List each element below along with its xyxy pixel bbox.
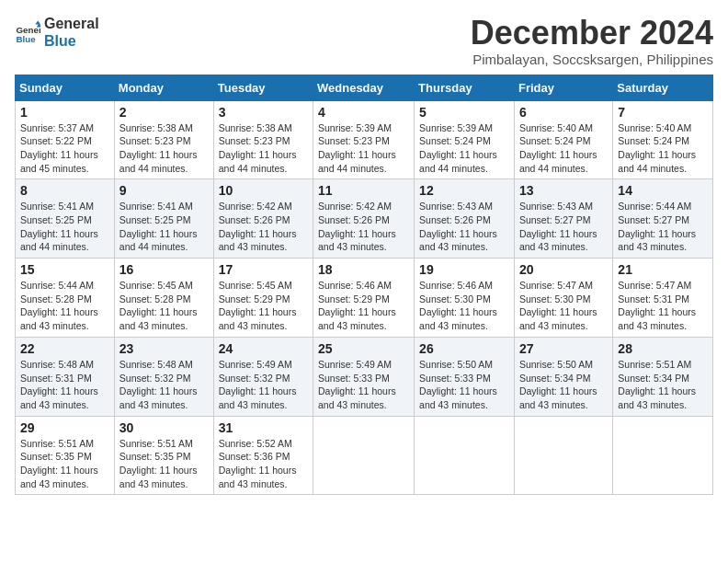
calendar-week-1: 1Sunrise: 5:37 AMSunset: 5:22 PMDaylight… xyxy=(16,100,713,179)
day-info: Sunrise: 5:41 AMSunset: 5:25 PMDaylight:… xyxy=(20,200,109,254)
day-info: Sunrise: 5:40 AMSunset: 5:24 PMDaylight:… xyxy=(618,121,708,176)
day-number: 16 xyxy=(119,262,209,277)
calendar-cell: 23Sunrise: 5:48 AMSunset: 5:32 PMDayligh… xyxy=(114,337,213,416)
day-info: Sunrise: 5:46 AMSunset: 5:29 PMDaylight:… xyxy=(318,279,409,333)
day-info: Sunrise: 5:44 AMSunset: 5:28 PMDaylight:… xyxy=(20,279,109,333)
weekday-header-thursday: Thursday xyxy=(415,75,515,100)
calendar-cell: 2Sunrise: 5:38 AMSunset: 5:23 PMDaylight… xyxy=(114,100,213,179)
calendar-cell: 31Sunrise: 5:52 AMSunset: 5:36 PMDayligh… xyxy=(213,416,313,495)
calendar-cell xyxy=(313,416,415,495)
day-info: Sunrise: 5:51 AMSunset: 5:34 PMDaylight:… xyxy=(618,358,708,412)
day-number: 27 xyxy=(519,341,608,356)
day-info: Sunrise: 5:45 AMSunset: 5:28 PMDaylight:… xyxy=(119,279,209,333)
day-info: Sunrise: 5:37 AMSunset: 5:22 PMDaylight:… xyxy=(20,121,109,176)
day-info: Sunrise: 5:44 AMSunset: 5:27 PMDaylight:… xyxy=(618,200,708,254)
calendar-cell: 12Sunrise: 5:43 AMSunset: 5:26 PMDayligh… xyxy=(415,179,515,259)
calendar-cell: 25Sunrise: 5:49 AMSunset: 5:33 PMDayligh… xyxy=(313,337,415,416)
calendar-cell: 8Sunrise: 5:41 AMSunset: 5:25 PMDaylight… xyxy=(16,179,115,259)
calendar-cell: 7Sunrise: 5:40 AMSunset: 5:24 PMDaylight… xyxy=(613,100,713,179)
day-number: 21 xyxy=(618,262,708,277)
day-number: 9 xyxy=(119,183,209,198)
calendar-cell xyxy=(613,416,713,495)
logo: General Blue General Blue xyxy=(15,15,99,50)
day-number: 3 xyxy=(219,105,308,120)
weekday-header-wednesday: Wednesday xyxy=(313,75,415,100)
svg-marker-2 xyxy=(35,21,40,25)
calendar-week-5: 29Sunrise: 5:51 AMSunset: 5:35 PMDayligh… xyxy=(16,416,713,495)
day-number: 19 xyxy=(419,262,509,277)
day-number: 23 xyxy=(119,341,209,356)
day-info: Sunrise: 5:48 AMSunset: 5:31 PMDaylight:… xyxy=(20,358,109,412)
weekday-header-friday: Friday xyxy=(514,75,612,100)
day-info: Sunrise: 5:38 AMSunset: 5:23 PMDaylight:… xyxy=(119,121,209,176)
day-number: 4 xyxy=(318,105,409,120)
day-number: 7 xyxy=(618,105,708,120)
calendar-week-2: 8Sunrise: 5:41 AMSunset: 5:25 PMDaylight… xyxy=(16,179,713,259)
calendar-cell: 15Sunrise: 5:44 AMSunset: 5:28 PMDayligh… xyxy=(16,259,115,338)
day-number: 25 xyxy=(318,341,409,356)
day-number: 1 xyxy=(20,105,109,120)
day-number: 22 xyxy=(20,341,109,356)
calendar-table: SundayMondayTuesdayWednesdayThursdayFrid… xyxy=(15,75,713,496)
day-number: 26 xyxy=(419,341,509,356)
weekday-header-sunday: Sunday xyxy=(16,75,115,100)
calendar-cell: 29Sunrise: 5:51 AMSunset: 5:35 PMDayligh… xyxy=(16,416,115,495)
logo-line2: Blue xyxy=(44,32,99,50)
calendar-cell: 13Sunrise: 5:43 AMSunset: 5:27 PMDayligh… xyxy=(514,179,612,259)
calendar-cell: 1Sunrise: 5:37 AMSunset: 5:22 PMDaylight… xyxy=(16,100,115,179)
day-number: 15 xyxy=(20,262,109,277)
calendar-cell: 28Sunrise: 5:51 AMSunset: 5:34 PMDayligh… xyxy=(613,337,713,416)
day-number: 17 xyxy=(219,262,308,277)
calendar-week-3: 15Sunrise: 5:44 AMSunset: 5:28 PMDayligh… xyxy=(16,259,713,338)
day-info: Sunrise: 5:39 AMSunset: 5:24 PMDaylight:… xyxy=(419,121,509,176)
day-info: Sunrise: 5:50 AMSunset: 5:34 PMDaylight:… xyxy=(519,358,608,412)
title-block: December 2024 Pimbalayan, Soccsksargen, … xyxy=(471,15,713,67)
calendar-cell: 18Sunrise: 5:46 AMSunset: 5:29 PMDayligh… xyxy=(313,259,415,338)
day-number: 18 xyxy=(318,262,409,277)
day-info: Sunrise: 5:51 AMSunset: 5:35 PMDaylight:… xyxy=(119,437,209,491)
day-number: 12 xyxy=(419,183,509,198)
page-header: General Blue General Blue December 2024 … xyxy=(15,15,713,67)
weekday-header-row: SundayMondayTuesdayWednesdayThursdayFrid… xyxy=(16,75,713,100)
day-info: Sunrise: 5:51 AMSunset: 5:35 PMDaylight:… xyxy=(20,437,109,491)
calendar-cell xyxy=(415,416,515,495)
location-subtitle: Pimbalayan, Soccsksargen, Philippines xyxy=(471,52,713,67)
calendar-week-4: 22Sunrise: 5:48 AMSunset: 5:31 PMDayligh… xyxy=(16,337,713,416)
day-info: Sunrise: 5:49 AMSunset: 5:32 PMDaylight:… xyxy=(219,358,308,412)
calendar-cell: 24Sunrise: 5:49 AMSunset: 5:32 PMDayligh… xyxy=(213,337,313,416)
calendar-cell: 6Sunrise: 5:40 AMSunset: 5:24 PMDaylight… xyxy=(514,100,612,179)
weekday-header-saturday: Saturday xyxy=(613,75,713,100)
day-info: Sunrise: 5:43 AMSunset: 5:27 PMDaylight:… xyxy=(519,200,608,254)
calendar-cell: 5Sunrise: 5:39 AMSunset: 5:24 PMDaylight… xyxy=(415,100,515,179)
day-number: 6 xyxy=(519,105,608,120)
calendar-cell: 20Sunrise: 5:47 AMSunset: 5:30 PMDayligh… xyxy=(514,259,612,338)
day-number: 31 xyxy=(219,420,308,435)
day-info: Sunrise: 5:52 AMSunset: 5:36 PMDaylight:… xyxy=(219,437,308,491)
day-info: Sunrise: 5:40 AMSunset: 5:24 PMDaylight:… xyxy=(519,121,608,176)
calendar-cell: 14Sunrise: 5:44 AMSunset: 5:27 PMDayligh… xyxy=(613,179,713,259)
day-info: Sunrise: 5:41 AMSunset: 5:25 PMDaylight:… xyxy=(119,200,209,254)
day-info: Sunrise: 5:45 AMSunset: 5:29 PMDaylight:… xyxy=(219,279,308,333)
weekday-header-tuesday: Tuesday xyxy=(213,75,313,100)
calendar-cell: 27Sunrise: 5:50 AMSunset: 5:34 PMDayligh… xyxy=(514,337,612,416)
day-info: Sunrise: 5:42 AMSunset: 5:26 PMDaylight:… xyxy=(219,200,308,254)
calendar-cell xyxy=(514,416,612,495)
day-number: 24 xyxy=(219,341,308,356)
day-info: Sunrise: 5:48 AMSunset: 5:32 PMDaylight:… xyxy=(119,358,209,412)
day-info: Sunrise: 5:39 AMSunset: 5:23 PMDaylight:… xyxy=(318,121,409,176)
day-number: 29 xyxy=(20,420,109,435)
calendar-cell: 4Sunrise: 5:39 AMSunset: 5:23 PMDaylight… xyxy=(313,100,415,179)
day-info: Sunrise: 5:50 AMSunset: 5:33 PMDaylight:… xyxy=(419,358,509,412)
day-number: 11 xyxy=(318,183,409,198)
calendar-cell: 9Sunrise: 5:41 AMSunset: 5:25 PMDaylight… xyxy=(114,179,213,259)
month-title: December 2024 xyxy=(471,15,713,52)
calendar-cell: 3Sunrise: 5:38 AMSunset: 5:23 PMDaylight… xyxy=(213,100,313,179)
day-info: Sunrise: 5:49 AMSunset: 5:33 PMDaylight:… xyxy=(318,358,409,412)
calendar-cell: 10Sunrise: 5:42 AMSunset: 5:26 PMDayligh… xyxy=(213,179,313,259)
day-number: 5 xyxy=(419,105,509,120)
calendar-cell: 19Sunrise: 5:46 AMSunset: 5:30 PMDayligh… xyxy=(415,259,515,338)
calendar-cell: 11Sunrise: 5:42 AMSunset: 5:26 PMDayligh… xyxy=(313,179,415,259)
day-number: 28 xyxy=(618,341,708,356)
day-info: Sunrise: 5:47 AMSunset: 5:30 PMDaylight:… xyxy=(519,279,608,333)
day-info: Sunrise: 5:43 AMSunset: 5:26 PMDaylight:… xyxy=(419,200,509,254)
